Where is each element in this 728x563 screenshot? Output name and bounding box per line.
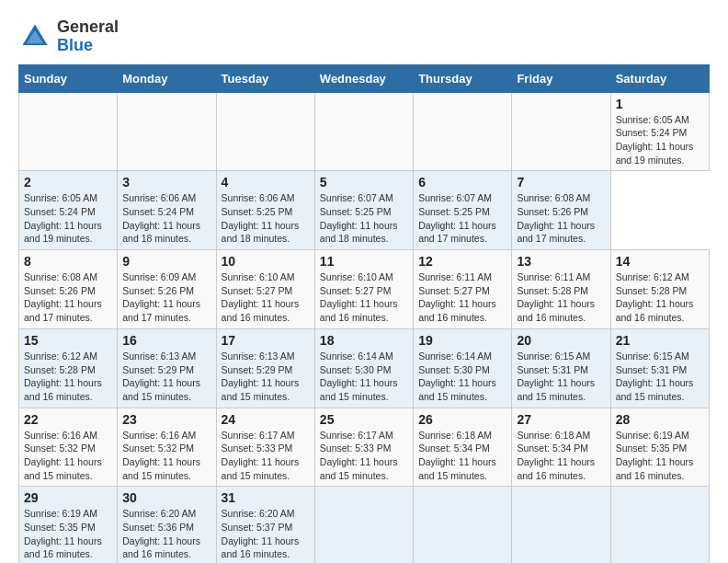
day-info: Sunrise: 6:16 AMSunset: 5:32 PMDaylight:… (122, 429, 210, 483)
day-info: Sunrise: 6:19 AMSunset: 5:35 PMDaylight:… (24, 507, 112, 561)
day-number: 21 (616, 333, 704, 348)
day-number: 23 (122, 412, 210, 427)
calendar-cell (414, 92, 512, 171)
calendar-cell: 9Sunrise: 6:09 AMSunset: 5:26 PMDaylight… (118, 250, 216, 329)
calendar-cell (314, 487, 413, 563)
day-number: 31 (222, 490, 310, 505)
calendar-cell: 19Sunrise: 6:14 AMSunset: 5:30 PMDayligh… (414, 328, 512, 408)
day-info: Sunrise: 6:20 AMSunset: 5:36 PMDaylight:… (122, 507, 210, 561)
day-info: Sunrise: 6:20 AMSunset: 5:37 PMDaylight:… (222, 507, 310, 561)
calendar-table: SundayMondayTuesdayWednesdayThursdayFrid… (18, 64, 710, 563)
day-info: Sunrise: 6:07 AMSunset: 5:25 PMDaylight:… (418, 191, 506, 246)
logo-blue-text: Blue (57, 36, 93, 54)
calendar-cell: 15Sunrise: 6:12 AMSunset: 5:28 PMDayligh… (19, 328, 118, 408)
day-info: Sunrise: 6:19 AMSunset: 5:35 PMDaylight:… (616, 429, 704, 483)
day-number: 29 (24, 490, 112, 505)
calendar-cell (512, 487, 610, 563)
day-number: 7 (517, 175, 605, 190)
col-header-thursday: Thursday (414, 64, 512, 92)
calendar-cell: 22Sunrise: 6:16 AMSunset: 5:32 PMDayligh… (19, 408, 118, 487)
day-info: Sunrise: 6:18 AMSunset: 5:34 PMDaylight:… (517, 429, 605, 483)
col-header-wednesday: Wednesday (314, 64, 413, 92)
calendar-cell: 17Sunrise: 6:13 AMSunset: 5:29 PMDayligh… (216, 328, 314, 408)
day-number: 5 (320, 175, 408, 190)
day-info: Sunrise: 6:08 AMSunset: 5:26 PMDaylight:… (517, 191, 605, 246)
day-number: 25 (320, 412, 408, 427)
day-number: 28 (616, 412, 704, 427)
day-number: 18 (320, 333, 408, 348)
day-info: Sunrise: 6:05 AMSunset: 5:24 PMDaylight:… (616, 113, 704, 167)
calendar-cell: 14Sunrise: 6:12 AMSunset: 5:28 PMDayligh… (610, 250, 709, 329)
calendar-cell: 13Sunrise: 6:11 AMSunset: 5:28 PMDayligh… (512, 250, 610, 329)
day-info: Sunrise: 6:17 AMSunset: 5:33 PMDaylight:… (222, 429, 310, 483)
day-info: Sunrise: 6:17 AMSunset: 5:33 PMDaylight:… (320, 429, 408, 483)
day-info: Sunrise: 6:11 AMSunset: 5:27 PMDaylight:… (418, 270, 506, 325)
calendar-cell: 10Sunrise: 6:10 AMSunset: 5:27 PMDayligh… (216, 250, 314, 329)
calendar-cell (512, 92, 610, 171)
calendar-cell: 29Sunrise: 6:19 AMSunset: 5:35 PMDayligh… (19, 487, 118, 563)
day-info: Sunrise: 6:15 AMSunset: 5:31 PMDaylight:… (517, 350, 605, 404)
day-info: Sunrise: 6:06 AMSunset: 5:25 PMDaylight:… (222, 191, 310, 246)
calendar-week-row: 2Sunrise: 6:05 AMSunset: 5:24 PMDaylight… (19, 171, 710, 250)
day-info: Sunrise: 6:08 AMSunset: 5:26 PMDaylight:… (24, 270, 112, 325)
day-info: Sunrise: 6:16 AMSunset: 5:32 PMDaylight:… (24, 429, 112, 483)
day-info: Sunrise: 6:07 AMSunset: 5:25 PMDaylight:… (320, 191, 408, 246)
calendar-cell (216, 92, 314, 171)
col-header-friday: Friday (512, 64, 610, 92)
day-info: Sunrise: 6:10 AMSunset: 5:27 PMDaylight:… (222, 270, 310, 325)
page-header: General Blue (18, 18, 710, 55)
calendar-cell: 3Sunrise: 6:06 AMSunset: 5:24 PMDaylight… (118, 171, 216, 250)
calendar-cell: 6Sunrise: 6:07 AMSunset: 5:25 PMDaylight… (414, 171, 512, 250)
day-number: 26 (418, 412, 506, 427)
day-number: 13 (517, 254, 605, 269)
calendar-cell (19, 92, 118, 171)
day-info: Sunrise: 6:14 AMSunset: 5:30 PMDaylight:… (320, 350, 408, 404)
calendar-week-row: 1Sunrise: 6:05 AMSunset: 5:24 PMDaylight… (19, 92, 710, 171)
day-number: 16 (122, 333, 210, 348)
day-number: 8 (24, 254, 112, 269)
calendar-cell: 28Sunrise: 6:19 AMSunset: 5:35 PMDayligh… (610, 408, 709, 487)
day-number: 20 (517, 333, 605, 348)
day-info: Sunrise: 6:06 AMSunset: 5:24 PMDaylight:… (122, 191, 210, 246)
day-number: 6 (418, 175, 506, 190)
day-info: Sunrise: 6:12 AMSunset: 5:28 PMDaylight:… (616, 270, 704, 325)
calendar-week-row: 15Sunrise: 6:12 AMSunset: 5:28 PMDayligh… (19, 328, 710, 408)
day-info: Sunrise: 6:09 AMSunset: 5:26 PMDaylight:… (122, 270, 210, 325)
calendar-cell: 20Sunrise: 6:15 AMSunset: 5:31 PMDayligh… (512, 328, 610, 408)
calendar-cell: 7Sunrise: 6:08 AMSunset: 5:26 PMDaylight… (512, 171, 610, 250)
day-number: 22 (24, 412, 112, 427)
day-number: 1 (616, 97, 704, 111)
calendar-cell: 30Sunrise: 6:20 AMSunset: 5:36 PMDayligh… (118, 487, 216, 563)
calendar-header-row: SundayMondayTuesdayWednesdayThursdayFrid… (19, 64, 710, 92)
day-number: 11 (320, 254, 408, 269)
day-info: Sunrise: 6:13 AMSunset: 5:29 PMDaylight:… (122, 350, 210, 404)
calendar-cell: 21Sunrise: 6:15 AMSunset: 5:31 PMDayligh… (610, 328, 709, 408)
calendar-cell: 1Sunrise: 6:05 AMSunset: 5:24 PMDaylight… (610, 92, 709, 171)
calendar-cell: 12Sunrise: 6:11 AMSunset: 5:27 PMDayligh… (414, 250, 512, 329)
day-info: Sunrise: 6:05 AMSunset: 5:24 PMDaylight:… (24, 191, 112, 246)
day-number: 12 (418, 254, 506, 269)
day-number: 17 (222, 333, 310, 348)
col-header-saturday: Saturday (610, 64, 709, 92)
calendar-cell (314, 92, 413, 171)
day-info: Sunrise: 6:15 AMSunset: 5:31 PMDaylight:… (616, 350, 704, 404)
calendar-cell: 8Sunrise: 6:08 AMSunset: 5:26 PMDaylight… (19, 250, 118, 329)
calendar-cell: 16Sunrise: 6:13 AMSunset: 5:29 PMDayligh… (118, 328, 216, 408)
calendar-cell (610, 487, 709, 563)
day-info: Sunrise: 6:18 AMSunset: 5:34 PMDaylight:… (418, 429, 506, 483)
calendar-week-row: 8Sunrise: 6:08 AMSunset: 5:26 PMDaylight… (19, 250, 710, 329)
calendar-cell: 24Sunrise: 6:17 AMSunset: 5:33 PMDayligh… (216, 408, 314, 487)
day-number: 4 (222, 175, 310, 190)
logo-general-text: General (57, 17, 119, 36)
day-number: 3 (122, 175, 210, 190)
day-number: 19 (418, 333, 506, 348)
day-number: 14 (616, 254, 704, 269)
logo-icon (18, 20, 51, 53)
day-info: Sunrise: 6:10 AMSunset: 5:27 PMDaylight:… (320, 270, 408, 325)
col-header-tuesday: Tuesday (216, 64, 314, 92)
day-info: Sunrise: 6:14 AMSunset: 5:30 PMDaylight:… (418, 350, 506, 404)
day-number: 30 (122, 490, 210, 505)
day-number: 15 (24, 333, 112, 348)
calendar-cell: 26Sunrise: 6:18 AMSunset: 5:34 PMDayligh… (414, 408, 512, 487)
calendar-cell: 31Sunrise: 6:20 AMSunset: 5:37 PMDayligh… (216, 487, 314, 563)
